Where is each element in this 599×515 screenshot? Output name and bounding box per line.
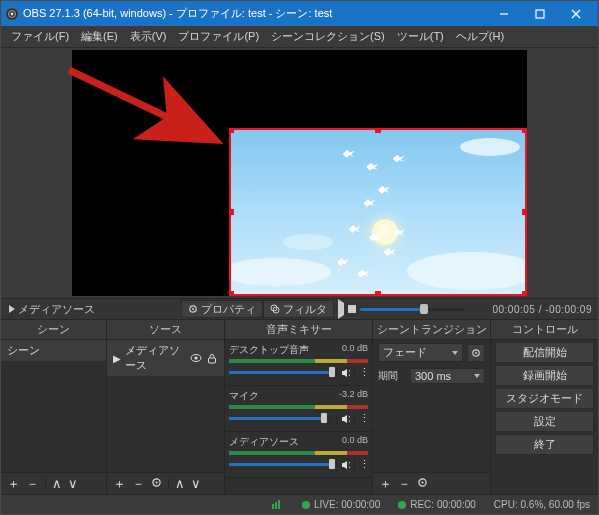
mixer-name: デスクトップ音声 (229, 344, 309, 355)
menu-help[interactable]: ヘルプ(H) (450, 29, 510, 44)
mixer-db: -3.2 dB (339, 389, 368, 399)
window-title: OBS 27.1.3 (64-bit, windows) - プロファイル: t… (19, 6, 486, 21)
filter-icon (270, 304, 280, 314)
mute-button[interactable] (336, 367, 350, 379)
resize-handle-s[interactable] (375, 291, 381, 296)
resize-handle-sw[interactable] (229, 291, 234, 296)
status-rec: REC: 00:00:00 (398, 499, 476, 510)
mixer-db: 0.0 dB (342, 343, 368, 353)
context-toolbar: メディアソース プロパティ フィルタ 00:00:05 / -00:00:09 (1, 298, 598, 320)
source-down-button[interactable]: ∨ (191, 476, 201, 491)
add-scene-button[interactable]: ＋ (7, 475, 20, 493)
mixer-options-button[interactable]: ⋮ (354, 366, 368, 379)
sources-header: ソース (107, 320, 224, 340)
remove-source-button[interactable]: － (132, 475, 145, 493)
mixer-dock: 音声ミキサー デスクトップ音声0.0 dB⋮マイク-3.2 dB⋮メディアソース… (225, 320, 373, 494)
resize-handle-e[interactable] (522, 209, 527, 215)
svg-point-2 (11, 12, 14, 15)
duration-input[interactable]: 300 ms (410, 368, 485, 384)
menu-view[interactable]: 表示(V) (124, 29, 173, 44)
selected-source-label: メディアソース (3, 300, 101, 318)
svg-point-19 (475, 352, 477, 354)
media-stop-button[interactable] (348, 303, 356, 315)
source-up-button[interactable]: ∧ (175, 476, 185, 491)
svg-rect-15 (209, 358, 216, 363)
scene-down-button[interactable]: ∨ (68, 476, 78, 491)
resize-handle-w[interactable] (229, 209, 234, 215)
transitions-dock: シーントランジション フェード 期間 300 ms ＋ － (373, 320, 491, 494)
transitions-header: シーントランジション (373, 320, 490, 340)
mixer-header: 音声ミキサー (225, 320, 372, 340)
resize-handle-nw[interactable] (229, 128, 234, 133)
eye-icon (190, 353, 202, 363)
svg-rect-23 (275, 502, 277, 509)
studio-mode-button[interactable]: スタジオモード (495, 388, 594, 409)
menu-tools[interactable]: ツール(T) (391, 29, 450, 44)
maximize-button[interactable] (522, 1, 558, 26)
menubar: ファイル(F) 編集(E) 表示(V) プロファイル(P) シーンコレクション(… (1, 26, 598, 48)
source-bounding-box[interactable] (229, 128, 527, 296)
media-play-button[interactable] (338, 303, 344, 315)
add-transition-button[interactable]: ＋ (379, 475, 392, 493)
sources-list[interactable]: ▶ メディアソース (107, 340, 224, 472)
close-button[interactable] (558, 1, 594, 26)
settings-button[interactable]: 設定 (495, 411, 594, 432)
mixer-meter (229, 405, 368, 409)
mixer-db: 0.0 dB (342, 435, 368, 445)
remove-transition-button[interactable]: － (398, 475, 411, 493)
start-stream-button[interactable]: 配信開始 (495, 342, 594, 363)
transition-gear-button[interactable] (417, 476, 428, 491)
caret-icon: ▶ (113, 353, 121, 364)
add-source-button[interactable]: ＋ (113, 475, 126, 493)
source-props-button[interactable] (151, 476, 162, 491)
lock-icon (207, 353, 217, 364)
start-record-button[interactable]: 録画開始 (495, 365, 594, 386)
status-network-icon (272, 499, 284, 511)
status-live: LIVE: 00:00:00 (302, 499, 380, 510)
scenes-list[interactable]: シーン (1, 340, 106, 472)
minimize-button[interactable] (486, 1, 522, 26)
gear-icon (188, 304, 198, 314)
titlebar[interactable]: OBS 27.1.3 (64-bit, windows) - プロファイル: t… (1, 1, 598, 26)
svg-point-21 (421, 481, 423, 483)
preview-canvas[interactable] (72, 50, 527, 296)
scene-item[interactable]: シーン (1, 340, 106, 361)
visibility-toggle[interactable] (190, 351, 202, 365)
volume-slider[interactable] (229, 463, 332, 466)
mixer-options-button[interactable]: ⋮ (354, 458, 368, 471)
menu-file[interactable]: ファイル(F) (5, 29, 75, 44)
media-time-display: 00:00:05 / -00:00:09 (468, 304, 598, 315)
volume-slider[interactable] (229, 371, 332, 374)
controls-header: コントロール (491, 320, 598, 340)
mixer-meter (229, 451, 368, 455)
preview-area[interactable] (1, 48, 598, 298)
media-seek-slider[interactable] (360, 303, 464, 315)
svg-rect-12 (348, 305, 356, 313)
mixer-item: メディアソース0.0 dB⋮ (225, 432, 372, 478)
transition-props-button[interactable] (467, 344, 485, 362)
obs-logo-icon (5, 7, 19, 21)
resize-handle-n[interactable] (375, 128, 381, 133)
menu-scene-collection[interactable]: シーンコレクション(S) (265, 29, 391, 44)
mute-button[interactable] (336, 459, 350, 471)
svg-rect-4 (536, 10, 544, 18)
properties-button[interactable]: プロパティ (181, 300, 263, 318)
mixer-item: デスクトップ音声0.0 dB⋮ (225, 340, 372, 386)
source-item[interactable]: ▶ メディアソース (107, 340, 224, 376)
volume-slider[interactable] (229, 417, 332, 420)
mixer-list: デスクトップ音声0.0 dB⋮マイク-3.2 dB⋮メディアソース0.0 dB⋮ (225, 340, 372, 494)
speaker-icon (341, 368, 350, 378)
menu-edit[interactable]: 編集(E) (75, 29, 124, 44)
transition-select[interactable]: フェード (378, 343, 463, 362)
lock-toggle[interactable] (206, 351, 218, 365)
mute-button[interactable] (336, 413, 350, 425)
exit-button[interactable]: 終了 (495, 434, 594, 455)
mixer-options-button[interactable]: ⋮ (354, 412, 368, 425)
menu-profile[interactable]: プロファイル(P) (172, 29, 265, 44)
svg-rect-22 (272, 504, 274, 509)
resize-handle-ne[interactable] (522, 128, 527, 133)
filters-button[interactable]: フィルタ (263, 300, 334, 318)
scene-up-button[interactable]: ∧ (52, 476, 62, 491)
remove-scene-button[interactable]: － (26, 475, 39, 493)
resize-handle-se[interactable] (522, 291, 527, 296)
